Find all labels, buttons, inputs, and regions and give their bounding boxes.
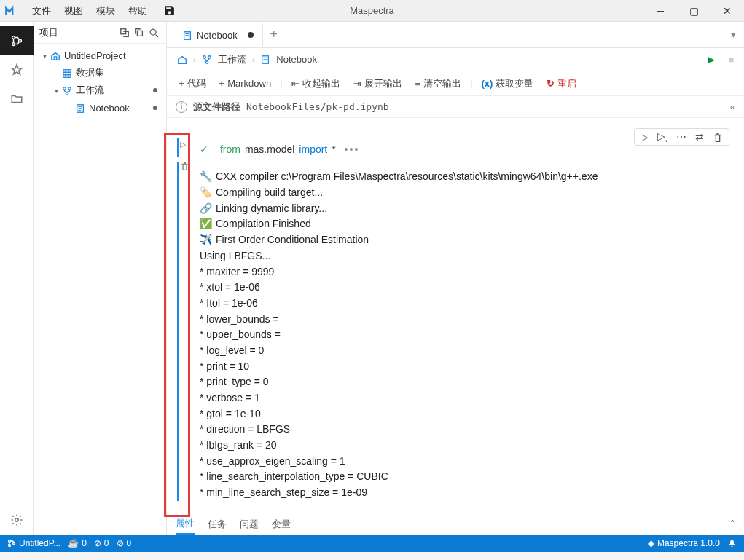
stop-button[interactable]: ■ <box>728 54 734 65</box>
status-errors[interactable]: ⊘ 0 <box>94 538 109 548</box>
sidebar: 项目 ▾ UntitledProject 数据集 ▾ 工作流 <box>34 22 167 535</box>
cell-delete-gutter-icon[interactable] <box>180 160 189 171</box>
modified-dot <box>153 88 157 92</box>
tree-workflow[interactable]: ▾ 工作流 <box>36 82 163 99</box>
status-coffee[interactable]: ☕ 0 <box>68 538 87 548</box>
editor-area: Notebook + ▾ › 工作流 › Notebook ▶ ■ +代码 +M… <box>167 22 744 535</box>
notebook-body[interactable]: ▷ ▷› ⋯ ⇄ ▷ ✓ from mas.model import * ••• <box>167 118 744 513</box>
check-icon: ✓ <box>200 141 208 157</box>
tree-dataset-label: 数据集 <box>76 66 104 79</box>
modified-dot <box>153 106 157 110</box>
home-icon[interactable] <box>177 55 187 65</box>
tag-icon: 🏷️ <box>200 185 211 201</box>
crumb-workflow[interactable]: 工作流 <box>218 53 246 66</box>
run-cell-icon[interactable]: ▷ <box>641 131 649 143</box>
titlebar: 文件 视图 模块 帮助 Maspectra ─ ▢ ✕ <box>0 0 744 22</box>
get-vars-button[interactable]: (x)获取变量 <box>477 75 539 92</box>
settings-icon[interactable] <box>0 505 34 535</box>
app-logo <box>0 0 22 22</box>
plane-icon: ✈️ <box>200 232 211 248</box>
activity-bar <box>0 22 34 535</box>
svg-point-17 <box>9 540 11 543</box>
kw-import: import <box>299 141 327 157</box>
ellipsis-icon[interactable]: ••• <box>340 141 360 157</box>
clear-output-button[interactable]: ≡清空输出 <box>411 75 466 92</box>
status-brand[interactable]: ◆ Maspectra 1.0.0 <box>648 538 720 548</box>
tree-project[interactable]: ▾ UntitledProject <box>36 47 163 64</box>
status-bell-icon[interactable] <box>727 539 737 548</box>
expand-all-icon[interactable] <box>133 26 146 39</box>
status-branch[interactable]: UntitledP... <box>7 538 60 548</box>
new-tab-button[interactable]: + <box>263 27 285 42</box>
status-warnings[interactable]: ⊘ 0 <box>117 538 132 548</box>
tree-project-label: UntitledProject <box>64 50 126 61</box>
tree-notebook[interactable]: Notebook <box>36 99 163 117</box>
btab-tasks[interactable]: 任务 <box>208 515 227 534</box>
svg-point-8 <box>63 87 66 90</box>
notebook-icon <box>260 55 270 65</box>
more-icon[interactable]: ⋯ <box>676 131 686 143</box>
svg-point-10 <box>66 92 68 95</box>
close-button[interactable]: ✕ <box>710 0 744 22</box>
source-path-bar: i 源文件路径 NotebookFiles/pk-pd.ipynb « <box>167 96 744 118</box>
maximize-button[interactable]: ▢ <box>677 0 710 22</box>
check-icon: ✅ <box>200 216 211 232</box>
run-all-button[interactable]: ▶ <box>708 54 715 65</box>
tree-dataset[interactable]: 数据集 <box>36 64 163 82</box>
collapse-output-button[interactable]: ⇤收起输出 <box>287 75 345 92</box>
btab-problems[interactable]: 问题 <box>240 515 259 534</box>
svg-point-14 <box>208 55 211 58</box>
tab-label: Notebook <box>197 30 238 41</box>
add-markdown-button[interactable]: +Markdown <box>215 76 276 91</box>
breadcrumb: › 工作流 › Notebook ▶ ■ <box>167 48 744 71</box>
workflow-icon <box>202 55 212 65</box>
notebook-toolbar: +代码 +Markdown | ⇤收起输出 ⇥展开输出 ≡清空输出 | (x)获… <box>167 71 744 96</box>
tab-dropdown[interactable]: ▾ <box>722 29 744 40</box>
menu-help[interactable]: 帮助 <box>122 1 153 20</box>
run-below-icon[interactable]: ▷› <box>657 130 667 144</box>
sidebar-title: 项目 <box>39 26 117 39</box>
btab-props[interactable]: 属性 <box>176 514 195 535</box>
svg-rect-7 <box>63 70 71 78</box>
tab-notebook[interactable]: Notebook <box>173 23 263 47</box>
restart-button[interactable]: ↻重启 <box>542 75 581 92</box>
menu-module[interactable]: 模块 <box>90 1 121 20</box>
svg-point-0 <box>12 36 15 39</box>
collapse-all-icon[interactable] <box>118 26 131 39</box>
source-control-icon[interactable] <box>0 26 34 55</box>
folder-icon[interactable] <box>0 84 34 114</box>
star-icon[interactable] <box>0 55 34 84</box>
svg-point-18 <box>9 545 11 547</box>
cell-toolbar: ▷ ▷› ⋯ ⇄ <box>634 128 729 146</box>
svg-point-13 <box>203 55 205 58</box>
status-bar: UntitledP... ☕ 0 ⊘ 0 ⊘ 0 ◆ Maspectra 1.0… <box>0 535 744 552</box>
kw-from: from <box>220 141 240 157</box>
save-button[interactable] <box>162 4 176 18</box>
source-path-value: NotebookFiles/pk-pd.ipynb <box>246 101 389 112</box>
search-icon[interactable] <box>147 26 160 39</box>
bottom-panel-tabs: 属性 任务 问题 变量 ˄ <box>167 513 744 535</box>
minimize-button[interactable]: ─ <box>643 0 677 22</box>
source-path-label: 源文件路径 <box>193 100 240 114</box>
svg-point-9 <box>68 87 71 90</box>
cell-run-gutter-icon[interactable]: ▷ <box>180 140 186 149</box>
panel-toggle-icon[interactable]: ˄ <box>730 518 735 529</box>
tree-notebook-label: Notebook <box>89 103 130 114</box>
btab-vars[interactable]: 变量 <box>272 515 291 534</box>
app-title: Maspectra <box>350 5 394 16</box>
output-cell: 🔧CXX compiler c:\Program Files\Maspectra… <box>177 162 735 500</box>
delete-cell-icon[interactable] <box>713 131 723 143</box>
svg-point-2 <box>18 39 21 42</box>
svg-rect-5 <box>137 31 142 36</box>
add-code-button[interactable]: +代码 <box>174 75 211 92</box>
sync-icon[interactable]: ⇄ <box>695 131 704 143</box>
menu-view[interactable]: 视图 <box>58 1 89 20</box>
collapse-panel-icon[interactable]: « <box>730 101 735 112</box>
svg-point-3 <box>15 518 18 522</box>
svg-point-1 <box>12 43 15 46</box>
link-icon: 🔗 <box>200 201 211 217</box>
svg-point-6 <box>150 29 156 35</box>
expand-output-button[interactable]: ⇥展开输出 <box>349 75 407 92</box>
menu-file[interactable]: 文件 <box>26 1 57 20</box>
crumb-notebook[interactable]: Notebook <box>276 54 317 65</box>
